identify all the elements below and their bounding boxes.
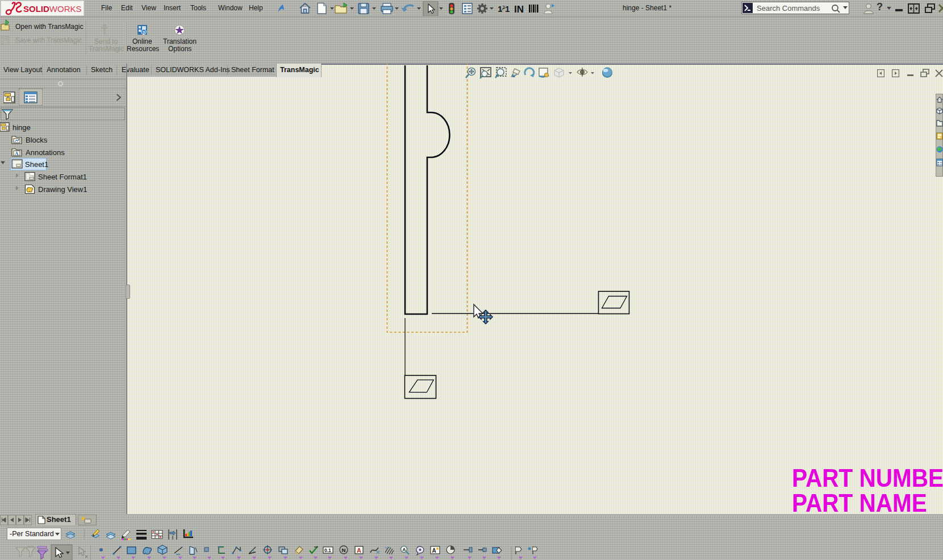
svg-text:1: 1 xyxy=(505,4,510,14)
svg-text:?: ? xyxy=(143,30,145,35)
svg-text:A: A xyxy=(15,151,19,156)
svg-text:IN: IN xyxy=(514,4,524,15)
svg-text:A: A xyxy=(432,548,436,554)
svg-text:0.1: 0.1 xyxy=(324,548,331,553)
svg-text:A: A xyxy=(403,547,406,552)
svg-text:A: A xyxy=(357,547,361,554)
svg-text:N: N xyxy=(342,547,346,553)
